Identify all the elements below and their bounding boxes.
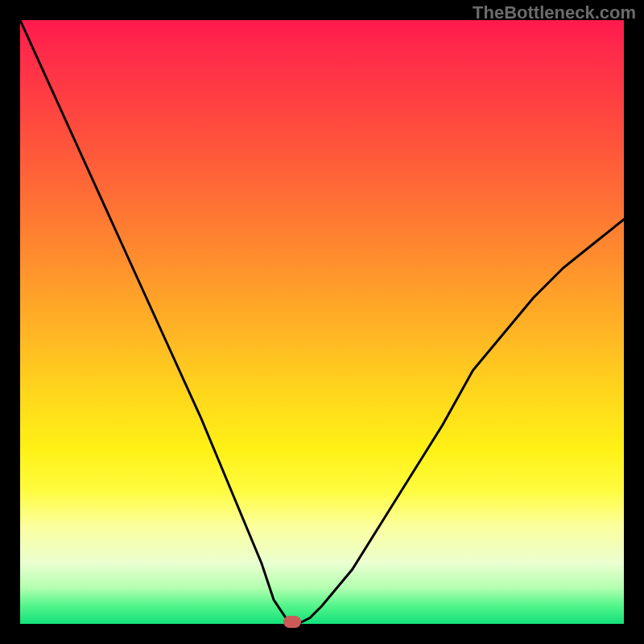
chart-frame: TheBottleneck.com — [0, 0, 644, 644]
optimal-marker — [283, 616, 301, 628]
curve-svg — [20, 20, 624, 624]
watermark-text: TheBottleneck.com — [473, 2, 636, 23]
bottleneck-curve-path — [20, 20, 624, 624]
plot-area — [20, 20, 624, 624]
